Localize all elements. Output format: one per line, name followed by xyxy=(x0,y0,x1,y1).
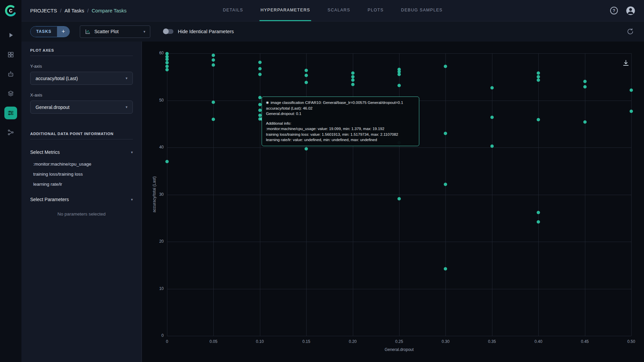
scatter-point[interactable] xyxy=(212,101,215,104)
nav-icon-getting-started[interactable] xyxy=(4,29,17,42)
scatter-point[interactable] xyxy=(165,61,169,64)
scatter-point[interactable] xyxy=(258,61,262,64)
scatter-point[interactable] xyxy=(537,211,540,214)
hide-identical-toggle[interactable] xyxy=(163,29,173,34)
tooltip-additional-line: :monitor:machine/cpu_usage: value: 19.09… xyxy=(266,126,415,132)
scatter-point[interactable] xyxy=(212,63,215,67)
tooltip-marker-icon: ◉ xyxy=(266,100,269,106)
scatter-point[interactable] xyxy=(444,132,447,135)
scatter-point[interactable] xyxy=(444,267,447,270)
tab-plots[interactable]: PLOTS xyxy=(367,0,385,21)
scatter-point[interactable] xyxy=(351,75,355,78)
scatter-point[interactable] xyxy=(165,58,169,61)
list-item: learning rate/lr xyxy=(33,182,133,187)
scatter-point[interactable] xyxy=(258,103,262,106)
tasks-button[interactable]: TASKS xyxy=(31,26,57,37)
tab-hyperparameters[interactable]: HYPERPARAMETERS xyxy=(260,0,311,21)
data-point-tooltip: ◉ image classification CIFAR10: General/… xyxy=(262,97,419,146)
scatter-point[interactable] xyxy=(258,114,262,117)
user-avatar[interactable] xyxy=(626,6,635,15)
clearml-logo-icon: C xyxy=(4,4,18,18)
chevron-down-icon: ▾ xyxy=(131,197,133,202)
scatter-point[interactable] xyxy=(630,88,633,92)
scatter-point[interactable] xyxy=(212,54,215,57)
toggle-knob xyxy=(163,28,169,34)
scatter-point[interactable] xyxy=(537,118,540,121)
scatter-point[interactable] xyxy=(630,110,633,113)
tooltip-additional-line: learning rate/lr: value: undefined, min:… xyxy=(266,137,415,143)
x-tick-label: 0.50 xyxy=(621,339,641,344)
nav-icon-pipelines[interactable] xyxy=(4,126,17,139)
x-tick-label: 0 xyxy=(157,339,177,344)
select-metrics-row[interactable]: Select Metrics ▾ xyxy=(30,149,133,155)
x-tick-label: 0.25 xyxy=(389,339,409,344)
scatter-point[interactable] xyxy=(537,78,540,82)
scatter-point[interactable] xyxy=(537,71,540,75)
scatter-point[interactable] xyxy=(490,116,494,119)
scatter-point[interactable] xyxy=(212,58,215,62)
scatter-point[interactable] xyxy=(490,86,494,89)
download-plot-button[interactable] xyxy=(622,59,630,67)
breadcrumb-projects[interactable]: PROJECTS xyxy=(30,8,57,13)
scatter-point[interactable] xyxy=(165,160,169,163)
chevron-down-icon: ▾ xyxy=(125,76,127,80)
scatter-point[interactable] xyxy=(212,118,215,121)
scatter-point[interactable] xyxy=(258,96,262,99)
plot-axes-title: PLOT AXES xyxy=(30,48,133,52)
no-parameters-text: No parameters selected xyxy=(30,212,133,217)
scatter-point[interactable] xyxy=(351,78,355,82)
scatter-point[interactable] xyxy=(397,73,401,76)
chevron-down-icon: ▾ xyxy=(131,150,133,155)
clearml-logo[interactable]: C xyxy=(0,0,21,21)
scatter-point[interactable] xyxy=(305,74,308,77)
scatter-point[interactable] xyxy=(444,65,447,68)
scatter-point[interactable] xyxy=(490,144,494,148)
breadcrumb-all-tasks[interactable]: All Tasks xyxy=(64,8,84,13)
x-tick-label: 0.05 xyxy=(203,339,223,344)
y-axis-title: accuracy/total (Last) xyxy=(152,161,157,228)
scatter-point[interactable] xyxy=(305,81,308,84)
scatter-point[interactable] xyxy=(258,73,262,76)
scatter-point[interactable] xyxy=(351,83,355,86)
nav-icon-workers[interactable] xyxy=(4,68,17,80)
scatter-point[interactable] xyxy=(305,69,308,72)
scatter-point[interactable] xyxy=(583,80,587,83)
y-gridline xyxy=(167,336,631,336)
x-axis-select[interactable]: General.dropout ▾ xyxy=(30,101,133,114)
breadcrumb-separator: / xyxy=(60,8,61,13)
select-parameters-row[interactable]: Select Parameters ▾ xyxy=(30,197,133,202)
help-icon[interactable]: ? xyxy=(610,7,618,14)
scatter-point[interactable] xyxy=(351,71,355,75)
tab-details[interactable]: DETAILS xyxy=(222,0,244,21)
scatter-point[interactable] xyxy=(258,109,262,112)
scatter-point[interactable] xyxy=(305,147,308,150)
nav-icon-datasets[interactable] xyxy=(4,87,17,100)
scatter-point[interactable] xyxy=(397,197,401,200)
x-tick-label: 0.45 xyxy=(575,339,595,344)
x-tick-label: 0.10 xyxy=(250,339,270,344)
scatter-point[interactable] xyxy=(165,65,169,68)
y-axis-select[interactable]: accuracy/total (Last) ▾ xyxy=(30,72,133,85)
scatter-point[interactable] xyxy=(537,75,540,78)
scatter-point[interactable] xyxy=(397,84,401,87)
tab-debug-samples[interactable]: DEBUG SAMPLES xyxy=(400,0,444,21)
plot-type-dropdown[interactable]: Scatter Plot ▾ xyxy=(80,25,150,38)
breadcrumb-compare-tasks[interactable]: Compare Tasks xyxy=(92,8,126,13)
tasks-selector[interactable]: TASKS + xyxy=(30,26,70,37)
scatter-point[interactable] xyxy=(537,220,540,224)
scatter-point[interactable] xyxy=(583,120,587,124)
scatter-point[interactable] xyxy=(165,68,169,71)
add-task-button[interactable]: + xyxy=(57,26,69,37)
auto-refresh-button[interactable] xyxy=(627,28,634,35)
scatter-plot-area: 00.050.100.150.200.250.300.350.400.450.5… xyxy=(142,42,644,362)
scatter-point[interactable] xyxy=(583,85,587,88)
tooltip-title: image classification CIFAR10: General/ba… xyxy=(271,100,403,106)
nav-icon-projects[interactable] xyxy=(4,48,17,61)
nav-icon-hyperparams-compare[interactable] xyxy=(4,107,17,119)
scatter-point[interactable] xyxy=(444,183,447,186)
scatter-point[interactable] xyxy=(258,67,262,70)
x-tick-label: 0.40 xyxy=(528,339,548,344)
plot-type-value: Scatter Plot xyxy=(94,29,140,34)
chevron-down-icon: ▾ xyxy=(125,105,127,109)
tab-scalars[interactable]: SCALARS xyxy=(327,0,351,21)
